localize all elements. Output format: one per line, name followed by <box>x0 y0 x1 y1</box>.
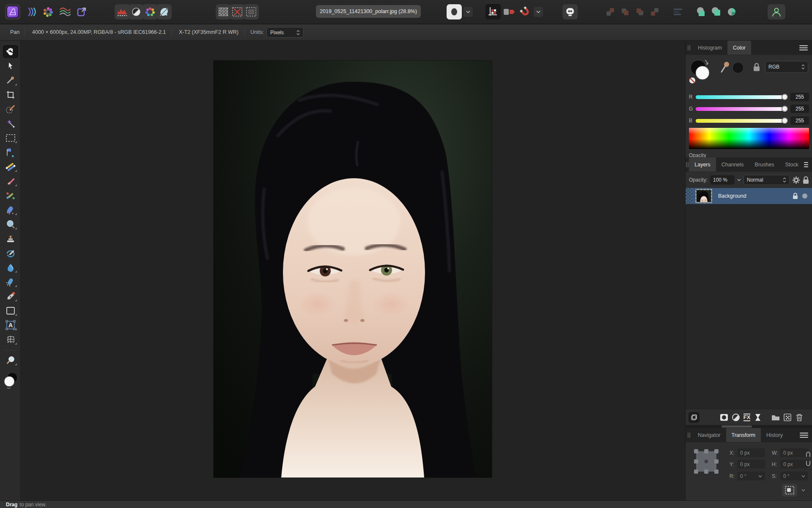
color-picker-tool[interactable] <box>3 74 18 87</box>
w-field[interactable]: 0 px <box>780 448 808 457</box>
panel-grip[interactable] <box>686 428 692 442</box>
tab-history[interactable]: History <box>761 428 788 442</box>
arrange-move-forward-icon[interactable] <box>617 4 633 19</box>
crop-tool[interactable] <box>3 88 18 101</box>
invert-selection-icon[interactable] <box>244 4 259 19</box>
geometry-divide-icon[interactable] <box>724 4 739 19</box>
mask-options-chevron[interactable] <box>464 7 473 17</box>
arrange-move-to-back-icon[interactable] <box>647 4 662 19</box>
tab-channels[interactable]: Channels <box>716 157 749 171</box>
s-field[interactable]: 0 ° <box>780 472 808 480</box>
units-dropdown[interactable]: Pixels <box>266 27 304 38</box>
layers-panel-scrollbar-track[interactable] <box>686 425 812 428</box>
blemish-removal-tool[interactable] <box>3 218 18 231</box>
selection-brush-tool[interactable] <box>3 103 18 116</box>
affinity-photo-app-icon[interactable] <box>5 4 20 19</box>
red-slider-knob[interactable] <box>782 94 788 100</box>
red-slider[interactable] <box>696 95 787 99</box>
tab-navigator[interactable]: Navigator <box>692 428 726 442</box>
color-picker-swatch[interactable] <box>720 61 745 75</box>
assistant-robot-icon[interactable] <box>562 4 578 19</box>
snapping-options-chevron[interactable] <box>534 7 543 17</box>
transform-panel-menu-icon[interactable] <box>800 428 812 442</box>
tone-mapping-persona-icon[interactable] <box>58 4 73 19</box>
tab-histogram[interactable]: Histogram <box>692 41 727 55</box>
tab-layers[interactable]: Layers <box>689 157 716 171</box>
add-pixel-layer-icon[interactable] <box>782 412 793 423</box>
document-photo[interactable] <box>214 61 492 478</box>
color-mode-dropdown[interactable]: RGB <box>765 61 808 73</box>
r-field-chevron[interactable] <box>758 475 762 478</box>
delete-layer-trash-icon[interactable] <box>794 412 805 423</box>
red-value-field[interactable]: 255 <box>790 93 809 101</box>
blue-slider-knob[interactable] <box>782 118 788 124</box>
fill-stroke-swatches[interactable] <box>689 58 717 85</box>
geometry-add-icon[interactable] <box>694 4 709 19</box>
tab-brushes[interactable]: Brushes <box>749 157 780 171</box>
artistic-text-tool[interactable]: A <box>3 319 18 331</box>
select-all-icon[interactable] <box>216 4 231 19</box>
group-layers-folder-icon[interactable] <box>770 412 781 423</box>
color-spectrum[interactable] <box>689 128 809 149</box>
layer-settings-gear-icon[interactable] <box>792 176 800 184</box>
link-layers-icon[interactable] <box>689 412 700 423</box>
blue-value-field[interactable]: 255 <box>790 116 809 125</box>
document-title[interactable]: 2019_0525_11421300_polarr.jpg (28.8%) <box>316 5 421 18</box>
blend-mode-dropdown[interactable]: Normal <box>743 175 790 185</box>
layer-visibility-toggle[interactable] <box>802 193 807 199</box>
layer-locked-icon[interactable] <box>793 193 798 199</box>
tab-color[interactable]: Color <box>727 41 751 55</box>
flood-fill-tool[interactable] <box>3 146 18 159</box>
clone-stamp-tool[interactable] <box>3 232 18 245</box>
tab-stock[interactable]: Stock <box>779 157 804 171</box>
color-swatches[interactable] <box>3 371 18 389</box>
auto-contrast-icon[interactable] <box>129 4 144 19</box>
snapping-presets-icon[interactable] <box>502 4 517 19</box>
color-panel-menu-icon[interactable] <box>799 41 812 55</box>
transform-mode-chevron[interactable] <box>799 486 807 495</box>
mask-layer-icon[interactable] <box>447 4 462 19</box>
layers-opacity-field[interactable]: 100 % <box>710 175 735 185</box>
layer-row-background[interactable]: Background <box>686 188 812 204</box>
h-field[interactable]: 0 px <box>780 460 808 469</box>
arrange-move-to-front-icon[interactable] <box>603 4 618 19</box>
color-replacement-brush-tool[interactable] <box>3 189 18 202</box>
geometry-subtract-icon[interactable] <box>709 4 724 19</box>
mesh-warp-tool[interactable] <box>3 333 18 346</box>
smudge-tool[interactable] <box>3 276 18 288</box>
r-field[interactable]: 0 ° <box>737 472 765 480</box>
auto-white-balance-icon[interactable] <box>156 4 172 19</box>
layers-panel-scrollbar-thumb[interactable] <box>721 425 752 428</box>
layer-effects-fx-icon[interactable]: FX <box>741 412 752 423</box>
transform-anchor-selector[interactable] <box>693 448 719 475</box>
y-field[interactable]: 0 px <box>737 460 765 469</box>
canvas-area[interactable] <box>21 41 684 500</box>
zoom-tool[interactable] <box>3 354 18 367</box>
adjustment-layer-icon[interactable] <box>730 412 741 423</box>
rectangular-marquee-tool[interactable] <box>3 132 18 144</box>
blue-slider[interactable] <box>696 119 787 123</box>
x-field[interactable]: 0 px <box>737 448 765 457</box>
layers-panel-menu-icon[interactable] <box>804 157 812 171</box>
s-field-chevron[interactable] <box>801 475 805 478</box>
auto-colours-icon[interactable] <box>143 4 158 19</box>
account-person-icon[interactable] <box>768 4 785 19</box>
layer-drag-handle[interactable] <box>686 188 692 204</box>
layer-list-empty-area[interactable] <box>686 204 812 409</box>
develop-persona-icon[interactable] <box>41 4 56 19</box>
move-tool[interactable] <box>3 60 18 72</box>
layer-lock-icon[interactable] <box>803 176 809 184</box>
mask-layer-button-icon[interactable] <box>719 412 730 423</box>
green-slider-knob[interactable] <box>782 106 788 112</box>
flood-select-tool[interactable] <box>3 117 18 130</box>
liquify-persona-icon[interactable] <box>24 4 39 19</box>
undo-brush-tool[interactable] <box>3 247 18 260</box>
tab-transform[interactable]: Transform <box>726 428 761 442</box>
layers-opacity-chevron[interactable] <box>737 179 741 181</box>
panel-grip[interactable] <box>686 157 689 171</box>
units-stepper[interactable] <box>296 30 300 35</box>
export-persona-icon[interactable] <box>74 4 90 19</box>
auto-levels-icon[interactable] <box>115 4 130 19</box>
snapping-grid-icon[interactable] <box>486 4 501 19</box>
snapping-magnet-icon[interactable] <box>518 4 533 19</box>
